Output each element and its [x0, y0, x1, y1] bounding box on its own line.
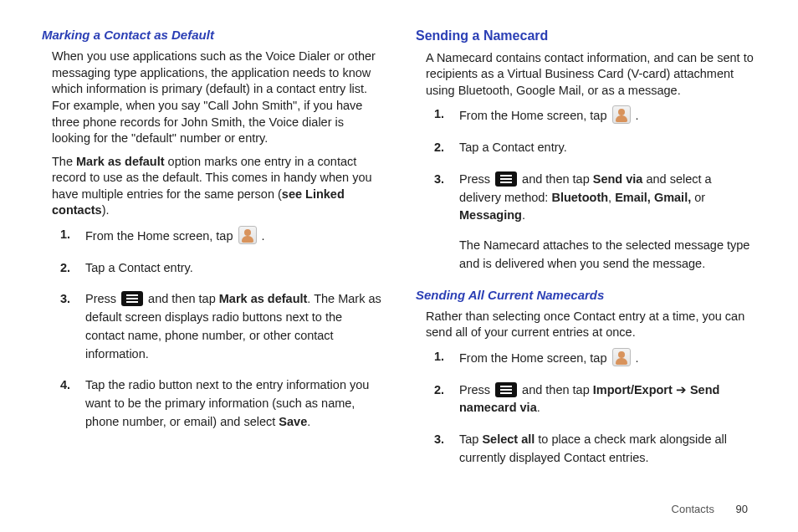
left-column: Marking a Contact as Default When you us…: [42, 27, 382, 481]
step-number: 3.: [434, 431, 444, 449]
text: From the Home screen, tap: [459, 109, 611, 122]
page-number: 90: [736, 503, 748, 515]
arrow-icon: ➔: [673, 383, 690, 396]
text: Press: [459, 383, 494, 396]
para-attaches: The Namecard attaches to the selected me…: [459, 237, 756, 274]
text: .: [522, 208, 525, 222]
step-4: 4. Tap the radio button next to the entr…: [60, 376, 382, 431]
page-footer: Contacts 90: [672, 502, 748, 517]
step-1: 1. From the Home screen, tap .: [60, 226, 382, 246]
bold-select-all: Select all: [482, 432, 535, 446]
bold-bluetooth: Bluetooth: [551, 191, 608, 204]
step-2: 2. Tap a Contact entry.: [434, 139, 756, 157]
step-number: 1.: [434, 348, 444, 366]
contacts-icon: [612, 348, 631, 366]
step-2: 2. Tap a Contact entry.: [60, 259, 382, 278]
step-number: 1.: [434, 105, 444, 124]
text: ).: [102, 203, 110, 217]
bold-mark-as-default: Mark as default: [76, 155, 165, 168]
bold-email-gmail: Email, Gmail,: [615, 191, 691, 204]
heading-sending-namecard: Sending a Namecard: [416, 27, 756, 45]
right-column: Sending a Namecard A Namecard contains c…: [416, 27, 756, 481]
step-number: 4.: [60, 376, 70, 395]
step-3: 3. Tap Select all to place a check mark …: [434, 431, 756, 468]
bold-messaging: Messaging: [459, 208, 522, 222]
para-intro: When you use applications such as the Vo…: [52, 49, 382, 146]
step-number: 2.: [434, 139, 444, 157]
text: From the Home screen, tap: [85, 229, 237, 243]
text: and then tap: [519, 172, 593, 186]
para-mark-as-default: The Mark as default option marks one ent…: [52, 154, 382, 219]
step-3: 3. Press and then tap Send via and selec…: [434, 171, 756, 274]
text: .: [537, 401, 540, 414]
heading-sending-all: Sending All Current Namecards: [416, 287, 756, 304]
contacts-icon: [612, 105, 631, 124]
steps-namecard: 1. From the Home screen, tap . 2. Tap a …: [434, 105, 756, 273]
step-number: 2.: [60, 259, 70, 278]
steps-all-namecards: 1. From the Home screen, tap . 2. Press …: [434, 348, 756, 468]
text: and then tap: [145, 292, 219, 305]
step-number: 2.: [434, 381, 444, 400]
step-2: 2. Press and then tap Import/Export ➔ Se…: [434, 381, 756, 418]
bold-save: Save: [279, 415, 307, 428]
bold-mark-as-default: Mark as default: [219, 292, 308, 305]
step-1: 1. From the Home screen, tap .: [434, 348, 756, 368]
page-body: Marking a Contact as Default When you us…: [0, 0, 798, 489]
text: .: [632, 351, 639, 365]
text: or: [691, 191, 705, 204]
step-number: 1.: [60, 226, 70, 244]
text: The: [52, 155, 76, 168]
heading-marking-default: Marking a Contact as Default: [42, 27, 382, 43]
step-number: 3.: [434, 171, 444, 189]
menu-icon: [121, 291, 143, 306]
text: Tap: [459, 432, 482, 446]
contacts-icon: [238, 226, 257, 244]
para-namecard-intro: A Namecard contains contact information,…: [426, 50, 756, 100]
text: Tap a Contact entry.: [459, 141, 567, 154]
text: Tap a Contact entry.: [85, 261, 193, 274]
text: .: [258, 229, 265, 243]
menu-icon: [495, 171, 517, 187]
step-3: 3. Press and then tap Mark as default. T…: [60, 290, 382, 363]
para-all-intro: Rather than selecting once Contact entry…: [426, 309, 756, 341]
text: Press: [85, 292, 120, 305]
step-1: 1. From the Home screen, tap .: [434, 105, 756, 125]
footer-section: Contacts: [672, 503, 714, 515]
text: Press: [459, 172, 494, 186]
text: and then tap: [519, 383, 593, 396]
bold-import-export: Import/Export: [593, 383, 673, 396]
steps-left: 1. From the Home screen, tap . 2. Tap a …: [60, 226, 382, 432]
text: From the Home screen, tap: [459, 351, 611, 365]
menu-icon: [495, 382, 517, 397]
text: Tap the radio button next to the entry i…: [85, 378, 369, 428]
bold-send-via: Send via: [593, 172, 643, 186]
text: .: [307, 415, 310, 428]
text: ,: [608, 191, 615, 204]
step-number: 3.: [60, 290, 70, 309]
text: .: [632, 109, 639, 122]
